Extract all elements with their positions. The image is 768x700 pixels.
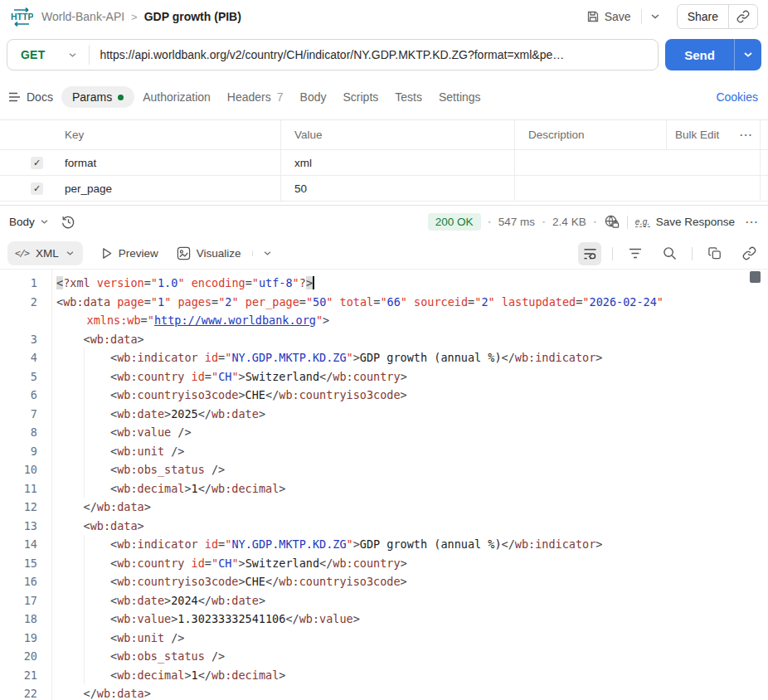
send-button[interactable]: Send — [665, 39, 761, 70]
tab-authorization[interactable]: Authorization — [134, 86, 219, 108]
visualize-options-chevron[interactable] — [252, 250, 272, 256]
code-line[interactable]: 18<wb:value>1.30233332541106</wb:value> — [0, 610, 768, 629]
line-number: 3 — [0, 330, 37, 349]
tab-scripts[interactable]: Scripts — [335, 86, 387, 108]
method-select[interactable]: GET — [7, 48, 89, 61]
line-number: 21 — [0, 666, 37, 685]
request-tabs: Docs Params Authorization Headers 7 Body… — [0, 78, 768, 111]
visualize-button[interactable]: Visualize — [177, 246, 241, 260]
tab-docs-label: Docs — [27, 90, 53, 104]
code-line[interactable]: 11<wb:decimal>1</wb:decimal> — [0, 479, 768, 498]
params-more-icon[interactable]: ⋯ — [739, 129, 753, 142]
indent-guide — [84, 610, 85, 629]
indent-guide — [84, 629, 85, 648]
response-size[interactable]: 2.4 KB — [552, 216, 586, 228]
code-line[interactable]: 10<wb:obs_status /> — [0, 460, 768, 479]
code-line[interactable]: 12</wb:data> — [0, 498, 768, 517]
code-line[interactable]: 15<wb:country id="CH">Switzerland</wb:co… — [0, 554, 768, 573]
share-group: Share — [677, 4, 758, 29]
save-button-label: Save — [605, 10, 631, 23]
line-number: 2 — [0, 293, 37, 312]
code-line[interactable]: xmlns:wb="http://www.worldbank.org"> — [0, 311, 768, 330]
tab-params[interactable]: Params — [61, 86, 134, 108]
param-description[interactable] — [514, 176, 666, 201]
indent-guide — [84, 348, 85, 367]
param-key[interactable]: per_page — [51, 176, 280, 201]
send-button-label[interactable]: Send — [665, 39, 734, 70]
response-time[interactable]: 547 ms — [498, 216, 535, 228]
dot-separator: • — [542, 218, 545, 226]
share-button[interactable]: Share — [678, 10, 728, 23]
copy-button[interactable] — [703, 242, 727, 265]
code-line[interactable]: 13<wb:data> — [0, 517, 768, 536]
code-line[interactable]: 6<wb:countryiso3code>CHE</wb:countryiso3… — [0, 386, 768, 405]
response-format-select[interactable]: </> XML — [7, 241, 83, 265]
code-line[interactable]: 3<wb:data> — [0, 330, 768, 349]
response-body-select[interactable]: Body — [9, 216, 49, 228]
code-line[interactable]: 7<wb:date>2025</wb:date> — [0, 405, 768, 424]
save-button[interactable]: Save — [580, 6, 638, 27]
wrap-text-button[interactable] — [578, 242, 601, 265]
filter-button[interactable] — [624, 242, 647, 265]
param-description[interactable] — [514, 150, 666, 175]
code-line[interactable]: 1<?xml version="1.0" encoding="utf-8"?> — [0, 274, 768, 293]
send-options-chevron[interactable] — [734, 39, 761, 70]
code-line[interactable]: 8<wb:value /> — [0, 423, 768, 442]
param-checkbox[interactable]: ✓ — [31, 182, 43, 195]
app-header: HTTP World-Bank-API > GDP growth (PIB) S… — [0, 0, 768, 33]
tab-tests[interactable]: Tests — [386, 86, 430, 108]
tab-body[interactable]: Body — [292, 86, 335, 108]
code-line[interactable]: 16<wb:countryiso3code>CHE</wb:countryiso… — [0, 572, 768, 591]
response-history-icon[interactable] — [61, 214, 76, 230]
scrollbar-thumb[interactable] — [750, 271, 761, 283]
tab-headers[interactable]: Headers 7 — [219, 86, 292, 108]
save-response-button[interactable]: e.g. Save Response — [635, 216, 735, 228]
code-line[interactable]: 21<wb:decimal>1</wb:decimal> — [0, 666, 768, 685]
param-row: ✓ format xml — [0, 150, 768, 176]
param-key[interactable]: format — [51, 150, 280, 175]
tab-docs[interactable]: Docs — [8, 86, 61, 108]
divider — [692, 247, 693, 260]
cookies-link[interactable]: Cookies — [716, 90, 758, 104]
line-number: 13 — [0, 517, 37, 536]
bulk-edit-button[interactable]: Bulk Edit — [675, 129, 719, 141]
indent-guide — [84, 386, 85, 405]
code-line[interactable]: 9<wb:unit /> — [0, 442, 768, 461]
code-line[interactable]: 5<wb:country id="CH">Switzerland</wb:cou… — [0, 367, 768, 386]
code-icon: </> — [14, 248, 30, 259]
response-more-icon[interactable]: ⋯ — [745, 216, 759, 229]
page-title: GDP growth (PIB) — [144, 10, 241, 23]
code-line[interactable]: 2<wb:data page="1" pages="2" per_page="5… — [0, 293, 768, 312]
play-icon — [101, 247, 113, 260]
network-security-icon[interactable] — [604, 214, 620, 230]
url-input[interactable] — [90, 48, 658, 61]
copy-link-button[interactable] — [729, 10, 757, 23]
divider — [612, 247, 613, 260]
method-label: GET — [21, 48, 45, 61]
param-value[interactable]: 50 — [280, 176, 514, 201]
tab-scripts-label: Scripts — [343, 90, 379, 104]
gutter-divider — [51, 270, 52, 700]
code-line[interactable]: 17<wb:date>2024</wb:date> — [0, 591, 768, 610]
param-checkbox[interactable]: ✓ — [31, 157, 43, 169]
line-number: 15 — [0, 554, 37, 573]
preview-button[interactable]: Preview — [101, 247, 158, 260]
response-toolbar: </> XML Preview Visualize — [0, 238, 768, 270]
column-header-key: Key — [51, 120, 280, 149]
breadcrumb-collection[interactable]: World-Bank-API — [41, 10, 124, 23]
code-line[interactable]: 4<wb:indicator id="NY.GDP.MKTP.KD.ZG">GD… — [0, 348, 768, 367]
status-badge[interactable]: 200 OK — [428, 213, 481, 231]
tab-settings[interactable]: Settings — [430, 86, 489, 108]
link-button[interactable] — [737, 242, 761, 265]
line-number: 20 — [0, 647, 37, 666]
line-number: 9 — [0, 442, 37, 461]
param-value[interactable]: xml — [280, 150, 514, 175]
code-line[interactable]: 14<wb:indicator id="NY.GDP.MKTP.KD.ZG">G… — [0, 535, 768, 554]
save-options-chevron[interactable] — [645, 8, 665, 25]
response-body-editor[interactable]: 1<?xml version="1.0" encoding="utf-8"?>2… — [0, 270, 768, 700]
breadcrumb: World-Bank-API > GDP growth (PIB) — [41, 10, 241, 23]
search-button[interactable] — [658, 242, 681, 265]
code-line[interactable]: 22</wb:data> — [0, 684, 768, 700]
code-line[interactable]: 19<wb:unit /> — [0, 629, 768, 648]
code-line[interactable]: 20<wb:obs_status /> — [0, 647, 768, 666]
